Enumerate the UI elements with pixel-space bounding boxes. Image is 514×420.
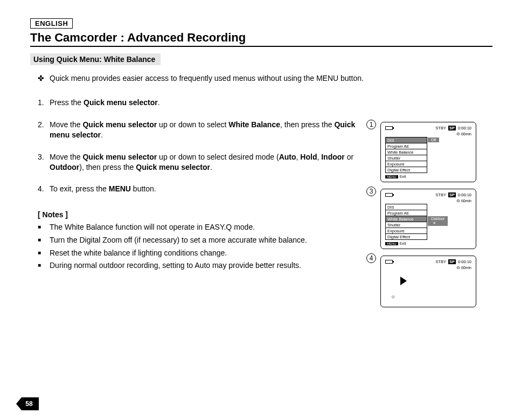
battery-icon (385, 260, 393, 264)
figure-number-icon: 4 (366, 253, 376, 263)
battery-icon (385, 193, 393, 197)
page-title: The Camcorder : Advanced Recording (30, 31, 492, 47)
tape-remaining: 60min (385, 265, 471, 270)
menu-item: Program AE (386, 143, 427, 149)
elapsed-time: 0:00:10 (458, 259, 471, 264)
language-label: ENGLISH (30, 18, 73, 29)
menu-value: Off (428, 137, 439, 142)
status-label: STBY (435, 126, 446, 130)
figure-number-icon: 3 (366, 187, 376, 196)
menu-item: Exposure (386, 161, 427, 167)
menu-item: Shutter (386, 155, 427, 161)
menu-item-white-balance: White BalanceOutdoor☀ (386, 216, 427, 222)
menu-item: Digital Effect (386, 167, 427, 173)
menu-item: DIS (386, 204, 427, 210)
menu-item: Exposure (386, 228, 427, 234)
tape-remaining: 60min (385, 132, 471, 136)
menu-item: Program AE (386, 210, 427, 216)
play-arrow-icon (400, 277, 407, 285)
figure-3: 3 STBY SP 0:00:10 60min DIS Program AE W… (380, 189, 488, 249)
sp-badge: SP (448, 259, 456, 264)
sp-badge: SP (448, 192, 456, 197)
menu-item: Digital Effect (386, 234, 427, 239)
figure-4: 4 STBY SP 0:00:10 60min ☼ (380, 256, 488, 307)
quick-menu-list: DISOff Program AE White Balance Shutter … (385, 137, 427, 173)
outdoor-sun-icon: ☼ (391, 293, 395, 299)
menu-value: Outdoor☀ (428, 216, 448, 226)
menu-item: Shutter (386, 222, 427, 228)
elapsed-time: 0:00:10 (458, 126, 471, 130)
step-1: 1. Press the Quick menu selector. (38, 98, 492, 108)
menu-item: White Balance (386, 149, 427, 155)
menu-button-badge: MENU (385, 175, 398, 178)
intro-text: Quick menu provides easier access to fre… (50, 74, 364, 82)
menu-exit-hint: MENU Exit (385, 175, 471, 178)
camcorder-screen: STBY SP 0:00:10 60min DIS Program AE Whi… (380, 189, 476, 249)
menu-exit-hint: MENU Exit (385, 242, 471, 245)
tape-remaining: 60min (385, 198, 471, 203)
sp-badge: SP (448, 126, 456, 130)
battery-icon (385, 126, 393, 130)
bullet-icon: ✤ (38, 74, 50, 82)
status-label: STBY (435, 259, 446, 264)
intro-paragraph: ✤ Quick menu provides easier access to f… (30, 74, 492, 82)
menu-item-dis: DISOff (386, 137, 427, 143)
elapsed-time: 0:00:10 (458, 192, 471, 197)
figure-1: 1 STBY SP 0:00:10 60min DISOff Program A… (380, 122, 488, 182)
page-number-badge: 58 (16, 397, 39, 410)
quick-menu-list: DIS Program AE White BalanceOutdoor☀ Shu… (385, 204, 427, 240)
status-label: STBY (435, 192, 446, 197)
figure-number-icon: 1 (366, 120, 376, 129)
camcorder-screen: STBY SP 0:00:10 60min ☼ (380, 256, 476, 307)
camcorder-screen: STBY SP 0:00:10 60min DISOff Program AE … (380, 122, 476, 182)
menu-button-badge: MENU (385, 242, 398, 245)
sun-icon: ☀ (433, 221, 436, 225)
section-heading: Using Quick Menu: White Balance (30, 53, 161, 65)
figures-column: 1 STBY SP 0:00:10 60min DISOff Program A… (380, 122, 488, 314)
